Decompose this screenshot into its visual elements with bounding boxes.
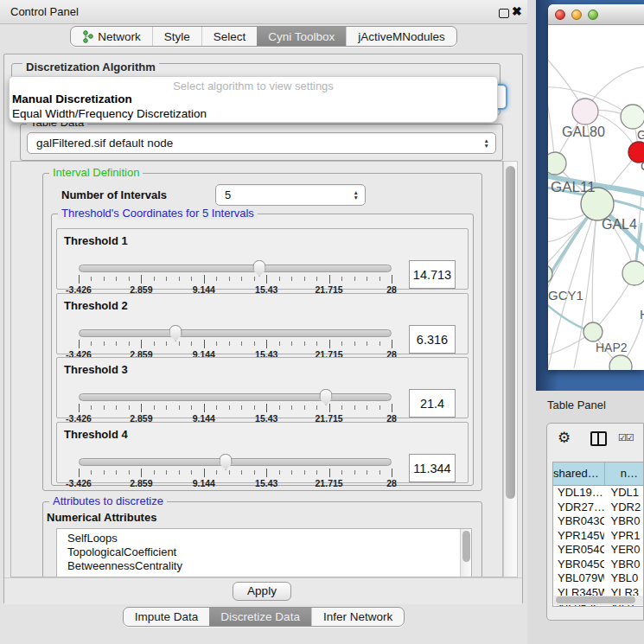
threshold-2-panel: Threshold 2 -3.4262.8599.14415.4321.7152… bbox=[56, 293, 469, 354]
table-row[interactable]: YBL079WYBL0 bbox=[553, 571, 644, 586]
slider-track[interactable] bbox=[79, 393, 392, 401]
node-label-partial-mid: C bbox=[641, 159, 644, 173]
slider-track[interactable] bbox=[79, 458, 392, 466]
network-icon bbox=[82, 30, 93, 43]
threshold-2-slider[interactable]: -3.4262.8599.14415.4321.71528 bbox=[79, 327, 392, 358]
threshold-3-panel: Threshold 3 -3.4262.8599.14415.4321.7152… bbox=[56, 357, 469, 418]
panel-footer: Apply bbox=[4, 577, 522, 604]
threshold-1-value[interactable]: 14.713 bbox=[409, 260, 456, 289]
tab-select[interactable]: Select bbox=[201, 27, 258, 46]
threshold-label: Threshold 1 bbox=[64, 234, 128, 247]
algorithm-dropdown-popup: Select algorithm to view settings Manual… bbox=[9, 76, 498, 123]
float-window-icon[interactable] bbox=[499, 9, 509, 18]
node-right-top bbox=[621, 105, 644, 129]
node-gal80 bbox=[572, 99, 598, 124]
table-row[interactable]: YER054CYER0 bbox=[553, 543, 644, 558]
node-right-low bbox=[622, 261, 644, 285]
scrollbar-thumb[interactable] bbox=[556, 596, 635, 603]
attributes-list-items: SelfLoopsTopologicalCoefficientBetweenne… bbox=[57, 529, 471, 573]
tab-label: Select bbox=[214, 30, 246, 43]
combo-stepper-icon: ▲▼ bbox=[484, 133, 489, 153]
table-row[interactable]: YBR045CYBR0 bbox=[553, 558, 644, 572]
node-gal11 bbox=[548, 152, 566, 175]
table-data-combo-value: galFiltered.sif default node bbox=[36, 137, 173, 150]
slider-track[interactable] bbox=[79, 329, 392, 337]
table-row[interactable]: YPR145WYPR1 bbox=[553, 529, 644, 544]
slider-tick-labels: -3.4262.8599.14415.4321.71528 bbox=[79, 478, 392, 488]
minimize-traffic-icon[interactable] bbox=[571, 10, 582, 20]
threshold-3-value[interactable]: 21.4 bbox=[409, 389, 456, 418]
tab-impute-data[interactable]: Impute Data bbox=[124, 608, 210, 626]
tab-jactivemnodules[interactable]: jActiveMNodules bbox=[346, 27, 456, 46]
tab-cyni-toolbox[interactable]: Cyni Toolbox bbox=[257, 27, 346, 46]
gear-icon[interactable]: ⚙ bbox=[558, 429, 571, 447]
apply-button[interactable]: Apply bbox=[233, 582, 291, 601]
network-canvas[interactable]: GAL80 GA GAL11 C GAL4 GCY1 H HAP2 bbox=[548, 25, 644, 370]
column-header-name[interactable]: n… bbox=[605, 462, 644, 486]
attribute-item[interactable]: TopologicalCoefficient bbox=[57, 545, 471, 559]
dropdown-option-equal-width[interactable]: Equal Width/Frequency Discretization bbox=[10, 106, 497, 121]
close-traffic-icon[interactable] bbox=[555, 10, 565, 20]
tab-style[interactable]: Style bbox=[152, 27, 201, 46]
table-row[interactable]: YBR043CYBR0 bbox=[553, 514, 644, 529]
table-horizontal-scrollbar[interactable] bbox=[554, 596, 644, 605]
scrollbar-thumb[interactable] bbox=[506, 166, 515, 499]
screen: Control Panel ✖ Network Style bbox=[0, 0, 644, 644]
top-tabbar: Network Style Select Cyni Toolbox jActiv… bbox=[0, 26, 527, 47]
numerical-attributes-list[interactable]: SelfLoopsTopologicalCoefficientBetweenne… bbox=[56, 528, 472, 577]
bottom-tabs: Impute Data Discretize Data Infer Networ… bbox=[123, 607, 405, 627]
tab-label: jActiveMNodules bbox=[358, 30, 445, 43]
node-label-gcy1: GCY1 bbox=[548, 288, 583, 303]
panel-title: Control Panel bbox=[10, 5, 79, 18]
threshold-3-slider[interactable]: -3.4262.8599.14415.4321.71528 bbox=[79, 391, 392, 422]
numerical-attributes-label: Numerical Attributes bbox=[47, 511, 156, 524]
dropdown-placeholder: Select algorithm to view settings bbox=[10, 77, 497, 92]
node-label-gal11: GAL11 bbox=[551, 179, 596, 195]
table-data-combo[interactable]: galFiltered.sif default node ▲▼ bbox=[27, 132, 496, 154]
select-columns-icon[interactable]: ☑☑ bbox=[618, 432, 634, 443]
close-icon[interactable]: ✖ bbox=[512, 4, 522, 18]
attribute-item[interactable]: SelfLoops bbox=[57, 532, 471, 545]
threshold-2-value[interactable]: 6.316 bbox=[409, 325, 456, 354]
network-window-titlebar bbox=[548, 4, 644, 25]
dropdown-option-manual-discretization[interactable]: Manual Discretization bbox=[10, 92, 497, 106]
table-panel-window: ⚙ ☑☑ shared… n… YDL19…YDL1YDR27…YDR2YBR0… bbox=[546, 423, 644, 621]
tab-label: Style bbox=[164, 30, 190, 43]
slider-track[interactable] bbox=[79, 265, 392, 272]
combo-stepper-icon: ▲▼ bbox=[354, 185, 359, 205]
node-label-gal4: GAL4 bbox=[602, 217, 637, 232]
attributes-list-scrollbar[interactable] bbox=[460, 529, 471, 577]
tab-network[interactable]: Network bbox=[71, 27, 152, 46]
threshold-4-value[interactable]: 11.344 bbox=[409, 454, 456, 482]
threshold-label: Threshold 2 bbox=[64, 299, 128, 312]
settings-vertical-scrollbar[interactable] bbox=[503, 161, 518, 577]
column-header-shared-name[interactable]: shared… bbox=[553, 462, 605, 486]
tab-infer-network[interactable]: Infer Network bbox=[311, 608, 404, 626]
node-label-gal80: GAL80 bbox=[562, 124, 605, 139]
threshold-1-slider[interactable]: -3.4262.8599.14415.4321.71528 bbox=[79, 262, 392, 293]
table-row[interactable]: YDL19…YDL1 bbox=[553, 486, 644, 501]
tab-label: Network bbox=[98, 30, 141, 43]
node-label-hap2: HAP2 bbox=[596, 341, 628, 354]
group-title: Discretization Algorithm bbox=[22, 61, 159, 73]
zoom-traffic-icon[interactable] bbox=[588, 10, 598, 20]
table-row[interactable]: YDR27…YDR2 bbox=[553, 501, 644, 515]
tab-label: Discretize Data bbox=[220, 610, 300, 623]
node-hap2 bbox=[583, 322, 603, 341]
threshold-1-panel: Threshold 1 -3.4262.8599.14415.4321.7152… bbox=[56, 228, 469, 290]
tab-discretize-data[interactable]: Discretize Data bbox=[209, 608, 311, 626]
num-intervals-value: 5 bbox=[225, 188, 231, 201]
num-intervals-combo[interactable]: 5 ▲▼ bbox=[215, 184, 366, 206]
slider-ticks bbox=[79, 404, 392, 413]
cyni-toolbox-panel: Discretization Algorithm Table Data galF… bbox=[3, 54, 523, 604]
interval-definition-title: Interval Definition bbox=[49, 167, 143, 179]
attributes-group-title: Attributes to discretize bbox=[49, 495, 167, 507]
node-table-body: YDL19…YDL1YDR27…YDR2YBR043CYBR0YPR145WYP… bbox=[553, 486, 644, 607]
threshold-4-slider[interactable]: -3.4262.8599.14415.4321.71528 bbox=[79, 456, 392, 487]
split-columns-icon[interactable] bbox=[590, 431, 607, 446]
attribute-item[interactable]: BetweennessCentrality bbox=[57, 559, 471, 573]
threshold-label: Threshold 3 bbox=[64, 363, 128, 376]
settings-scrollpane: Interval Definition Number of Intervals … bbox=[10, 161, 518, 577]
node-attribute-table[interactable]: shared… n… YDL19…YDL1YDR27…YDR2YBR043CYB… bbox=[552, 462, 644, 607]
tab-label: Infer Network bbox=[323, 610, 392, 623]
